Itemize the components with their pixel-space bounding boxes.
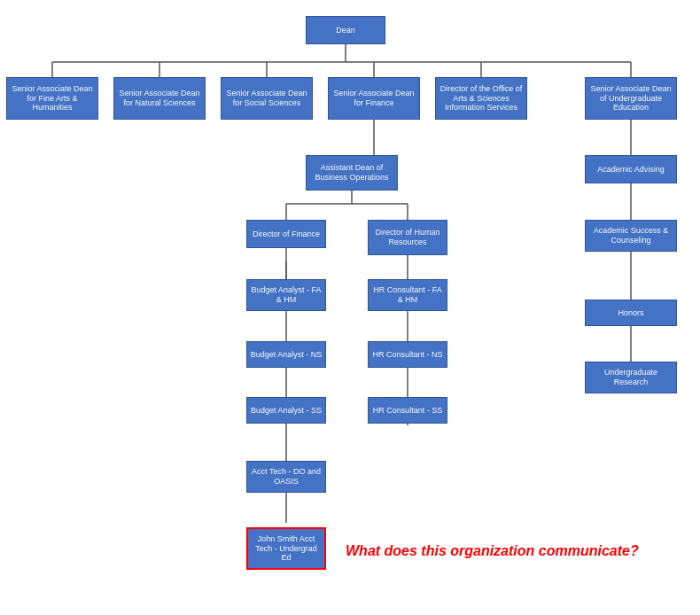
sa-social-sciences-box: Senior Associate Dean for Social Science… <box>221 77 313 120</box>
acct-do-box: Acct Tech - DO and OASIS <box>246 461 326 493</box>
sa-fine-arts-box: Senior Associate Dean for Fine Arts & Hu… <box>6 77 98 120</box>
hr-fahm-box: HR Consultant - FA & HM <box>368 279 447 311</box>
dir-hr-box: Director of Human Resources <box>368 220 447 255</box>
asst-dean-box: Assistant Dean of Business Operations <box>306 155 398 191</box>
acad-advising-box: Academic Advising <box>585 155 677 183</box>
budget-ns-box: Budget Analyst - NS <box>246 341 326 368</box>
org-chart: Dean Senior Associate Dean for Fine Arts… <box>0 0 700 615</box>
hr-ss-box: HR Consultant - SS <box>368 397 447 424</box>
budget-ss-box: Budget Analyst - SS <box>246 397 326 424</box>
dir-finance-box: Director of Finance <box>246 220 326 248</box>
dean-box: Dean <box>306 16 385 44</box>
sa-undergrad-box: Senior Associate Dean of Undergraduate E… <box>585 77 677 120</box>
hr-ns-box: HR Consultant - NS <box>368 341 447 368</box>
honors-box: Honors <box>585 300 677 326</box>
budget-fahm-box: Budget Analyst - FA & HM <box>246 279 326 311</box>
john-smith-box: John Smith Acct Tech - Undergrad Ed <box>246 527 326 570</box>
sa-finance-box: Senior Associate Dean for Finance <box>328 77 420 120</box>
undergrad-research-box: Undergraduate Research <box>585 362 677 393</box>
sa-natural-sciences-box: Senior Associate Dean for Natural Scienc… <box>113 77 206 120</box>
question-text: What does this organization communicate? <box>346 542 647 561</box>
acad-success-box: Academic Success & Counseling <box>585 220 677 252</box>
dir-office-box: Director of the Office of Arts & Science… <box>435 77 527 120</box>
